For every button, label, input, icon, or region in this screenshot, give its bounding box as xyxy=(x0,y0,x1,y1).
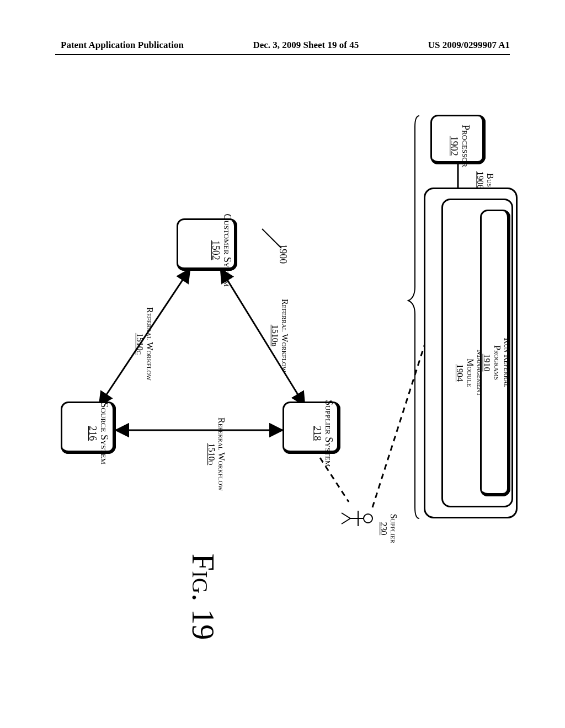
source-system-label: Source System 216 xyxy=(87,402,110,464)
supplier-actor-label: Supplier 230 xyxy=(378,514,398,544)
figure-ref-number: 1900 xyxy=(278,244,289,264)
bus-label: Bus 1906 xyxy=(475,171,495,189)
workflow-d-label: Referral Workflow 1510d xyxy=(206,417,226,491)
header-right: US 2009/0299907 A1 xyxy=(428,40,510,51)
customer-system-label: Customer System 1502 xyxy=(210,213,233,286)
supplier-system-label: Supplier System 218 xyxy=(312,400,334,467)
diagram-stage: 1900 Customer System 1502 Source System … xyxy=(44,83,521,684)
header-rule xyxy=(55,54,510,55)
processor-label: Processor 1902 xyxy=(449,125,471,167)
page-header: Patent Application Publication Dec. 3, 2… xyxy=(0,40,565,51)
workflow-c-label: Referral Workflow 1510c xyxy=(134,307,154,381)
svg-point-6 xyxy=(364,514,372,523)
header-mid: Dec. 3, 2009 Sheet 19 of 45 xyxy=(253,40,359,51)
svg-line-10 xyxy=(342,518,350,524)
svg-line-9 xyxy=(342,513,350,518)
figure-caption: Fig. 19 xyxy=(185,554,221,640)
header-left: Patent Application Publication xyxy=(61,40,184,51)
svg-line-1 xyxy=(221,269,305,405)
workflow-b-label: Referral Workflow 1510b xyxy=(269,299,290,372)
run-referral-label: Run Referral Programs 1910 xyxy=(481,319,511,407)
